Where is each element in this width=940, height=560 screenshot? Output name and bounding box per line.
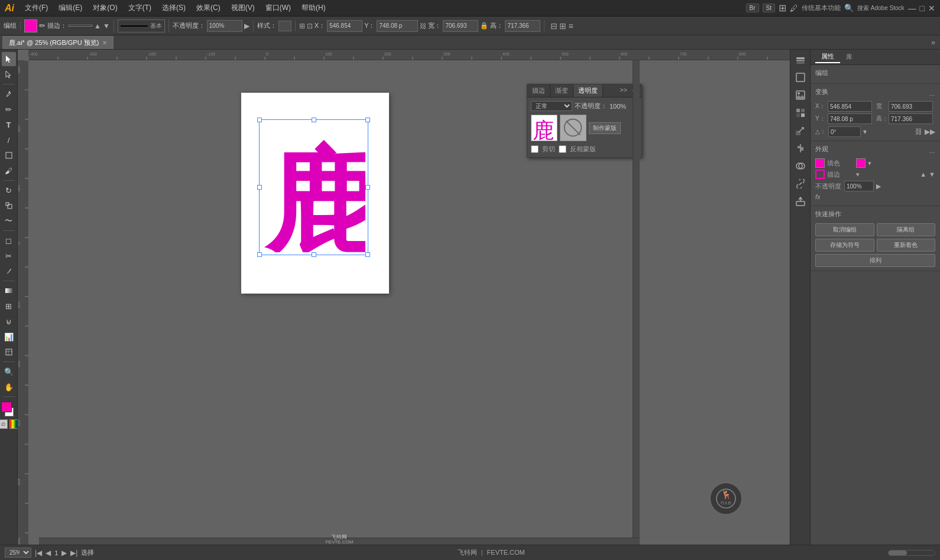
stock-button[interactable]: St — [763, 4, 775, 12]
clip-checkbox[interactable] — [531, 145, 539, 153]
handle-ml[interactable] — [257, 185, 262, 190]
blend-mode-select[interactable]: 正常 — [531, 101, 572, 111]
text-tool[interactable]: T — [2, 118, 16, 132]
angle-input[interactable] — [828, 126, 861, 137]
last-page-btn[interactable]: ▶| — [70, 549, 77, 557]
stroke-up-icon[interactable]: ▲ — [920, 171, 926, 178]
fill-icon[interactable] — [815, 158, 825, 168]
align-panel-btn[interactable] — [793, 141, 808, 156]
panel-tab-transparency[interactable]: 透明度 — [573, 84, 603, 97]
adobe-stock-label[interactable]: 搜索 Adobe Stock — [857, 4, 904, 12]
zoom-select[interactable]: 25% — [5, 548, 31, 558]
right-scrollbar[interactable] — [633, 60, 640, 545]
lock-icon[interactable]: 🔒 — [480, 22, 488, 30]
knife-tool[interactable] — [2, 264, 16, 278]
fill-color-swatch[interactable] — [24, 19, 37, 32]
menu-view[interactable]: 视图(V) — [226, 2, 260, 14]
isolate-btn[interactable]: 隔离组 — [877, 223, 936, 236]
ungroup-btn[interactable]: 取消编组 — [815, 223, 874, 236]
props-tab-library[interactable]: 库 — [840, 51, 858, 63]
canvas-content[interactable]: 鹿 描边 渐变 — [28, 60, 790, 545]
stroke-icon[interactable]: ✏ — [39, 21, 46, 30]
direct-select-tool[interactable] — [2, 67, 16, 82]
gradient-tool[interactable] — [2, 284, 16, 298]
maximize-icon[interactable]: □ — [920, 4, 925, 13]
props-tab-properties[interactable]: 属性 — [815, 51, 840, 63]
warp-tool[interactable]: 〜 — [2, 214, 16, 228]
minimize-icon[interactable]: — — [908, 4, 916, 13]
w-input[interactable] — [443, 20, 478, 32]
zoom-tool[interactable]: 🔍 — [2, 364, 16, 379]
search-icon[interactable]: 🔍 — [844, 4, 854, 12]
menu-file[interactable]: 文件(F) — [20, 2, 53, 14]
first-page-btn[interactable]: |◀ — [35, 549, 42, 557]
stroke-down-icon[interactable]: ▼ — [929, 171, 935, 178]
mesh-tool[interactable]: ⊞ — [2, 299, 16, 313]
tab-collapse-btn[interactable]: » — [929, 38, 938, 47]
transform-more-icon[interactable]: … — [929, 90, 935, 97]
image-panel-btn[interactable] — [793, 87, 808, 103]
handle-tc[interactable] — [312, 118, 316, 122]
hand-tool[interactable]: ✋ — [2, 380, 16, 394]
link-panel-btn[interactable] — [793, 176, 808, 191]
fill-color-swatch[interactable] — [856, 158, 866, 168]
more-transform-icon[interactable]: ▶▶ — [925, 128, 935, 136]
menu-help[interactable]: 帮助(H) — [297, 2, 330, 14]
layers-panel-btn[interactable] — [793, 52, 808, 67]
scale-tool[interactable] — [2, 198, 16, 213]
h-input[interactable] — [505, 20, 540, 32]
chart-tool[interactable]: 📊 — [2, 330, 16, 344]
transform-icon[interactable]: ⊡ — [307, 22, 313, 30]
invert-checkbox[interactable] — [559, 145, 566, 153]
handle-bc[interactable] — [312, 252, 316, 257]
more-icon[interactable]: ≡ — [568, 21, 573, 31]
select-tool[interactable] — [2, 52, 16, 66]
prev-page-btn[interactable]: ◀ — [46, 549, 51, 557]
tab-close-btn[interactable]: ✕ — [102, 40, 107, 46]
feather-icon[interactable]: 🖊 — [790, 4, 798, 13]
pencil-tool[interactable]: ✏ — [2, 102, 16, 116]
rect-tool[interactable] — [2, 148, 16, 162]
handle-tl[interactable] — [257, 118, 262, 122]
panel-tab-gradient[interactable]: 渐变 — [550, 84, 573, 97]
handle-bl[interactable] — [257, 252, 262, 257]
foreground-color[interactable] — [1, 402, 12, 412]
grid-align-icon[interactable]: ⊞ — [299, 22, 305, 30]
opacity-section-expand-icon[interactable]: ▶ — [876, 183, 881, 190]
stroke-up-icon[interactable]: ▲ — [94, 22, 101, 30]
eraser-tool[interactable]: ◻ — [2, 233, 16, 248]
constrain-icon[interactable]: ⛓ — [915, 128, 922, 136]
pathfinder-panel-btn[interactable] — [793, 158, 808, 174]
h-coord-input[interactable] — [889, 113, 933, 124]
bridge-button[interactable]: Br — [746, 4, 759, 12]
stroke-down-icon[interactable]: ▼ — [103, 22, 110, 30]
pen-tool[interactable] — [2, 87, 16, 101]
rotate-tool[interactable]: ↻ — [2, 183, 16, 197]
mask-thumbnail[interactable] — [560, 115, 586, 141]
panel-menu-icon[interactable]: >> — [617, 84, 630, 97]
fill-expand-icon[interactable]: ▾ — [868, 159, 871, 167]
none-fill-btn[interactable]: ∅ — [0, 419, 8, 429]
y-coord-input[interactable] — [828, 113, 872, 124]
arrange-btn[interactable]: 排列 — [815, 254, 935, 267]
recolor-btn[interactable]: 重新着色 — [877, 239, 936, 252]
stroke-preset-select[interactable]: 基本 — [118, 19, 165, 32]
style-swatch[interactable] — [278, 21, 291, 31]
stroke-icon-swatch[interactable] — [815, 170, 825, 179]
menu-window[interactable]: 窗口(W) — [261, 2, 296, 14]
menu-effect[interactable]: 效果(C) — [192, 2, 225, 14]
scissors-tool[interactable]: ✂ — [2, 249, 16, 263]
menu-object[interactable]: 对象(O) — [88, 2, 122, 14]
status-progress-bar[interactable] — [888, 550, 935, 556]
x-input[interactable] — [327, 20, 362, 32]
opacity-section-input[interactable] — [844, 181, 874, 191]
make-mask-btn[interactable]: 制作蒙版 — [589, 122, 621, 134]
export-panel-btn[interactable] — [793, 194, 808, 209]
opacity-more-icon[interactable]: ▶ — [244, 22, 249, 30]
opacity-input[interactable] — [207, 20, 242, 32]
transform-panel-btn[interactable] — [793, 123, 808, 138]
doc-tab[interactable]: 鹿.ai* @ 25% (RGB/GPU 预览) ✕ — [2, 36, 114, 49]
align-icon[interactable]: ⊟ — [550, 21, 557, 31]
watermark[interactable]: 🦌 行人台 — [709, 482, 743, 515]
handle-mr[interactable] — [365, 185, 370, 190]
